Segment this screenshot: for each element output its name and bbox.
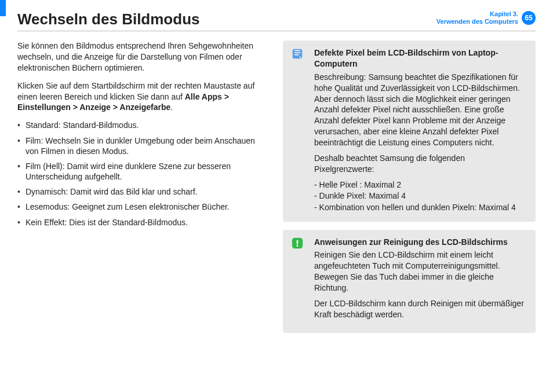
intro2-post: . <box>170 102 173 112</box>
note-icon <box>291 47 304 60</box>
page-number-badge: 65 <box>522 11 536 25</box>
content-left-column: Sie können den Bildmodus entsprechend Ih… <box>17 41 267 341</box>
title-underline <box>17 31 536 31</box>
intro-paragraph-2: Klicken Sie auf dem Startbildschirm mit … <box>17 80 267 113</box>
svg-rect-2 <box>297 240 299 244</box>
mode-list: Standard: Standard-Bildmodus. Film: Wech… <box>17 120 267 228</box>
chapter-number: Kapitel 3. <box>436 10 518 18</box>
mode-item: Film: Wechseln Sie in dunkler Umgebung o… <box>17 135 267 156</box>
pixel-limit: - Helle Pixel : Maximal 2 <box>314 179 526 191</box>
mode-item: Kein Effekt: Dies ist der Standard-Bildm… <box>17 217 267 228</box>
page-title: Wechseln des Bildmodus <box>17 10 199 28</box>
chapter-name: Verwenden des Computers <box>436 18 518 25</box>
pixel-limit: - Dunkle Pixel: Maximal 4 <box>314 190 526 202</box>
mode-item: Dynamisch: Damit wird das Bild klar und … <box>17 186 267 197</box>
info-box-paragraph: Deshalb beachtet Samsung die folgenden P… <box>314 153 526 175</box>
svg-point-3 <box>297 245 299 247</box>
info-box-cleaning: Anweisungen zur Reinigung des LCD-Bildsc… <box>283 230 536 333</box>
info-box-pixels: Defekte Pixel beim LCD-Bildschirm von La… <box>283 41 536 222</box>
info-box-paragraph: Der LCD-Bildschirm kann durch Reinigen m… <box>314 298 526 320</box>
content-right-column: Defekte Pixel beim LCD-Bildschirm von La… <box>283 41 536 341</box>
left-accent-bar <box>0 0 6 16</box>
mode-item: Film (Hell): Damit wird eine dunklere Sz… <box>17 161 267 182</box>
mode-item: Standard: Standard-Bildmodus. <box>17 120 267 130</box>
pixel-limit: - Kombination von hellen und dunklen Pix… <box>314 202 526 214</box>
header-right: Kapitel 3. Verwenden des Computers 65 <box>436 10 536 25</box>
intro-paragraph-1: Sie können den Bildmodus entsprechend Ih… <box>17 41 267 74</box>
info-box-paragraph: Reinigen Sie den LCD-Bildschirm mit eine… <box>314 250 526 294</box>
info-box-title: Anweisungen zur Reinigung des LCD-Bildsc… <box>314 237 526 248</box>
caution-icon <box>291 237 304 250</box>
info-box-title: Defekte Pixel beim LCD-Bildschirm von La… <box>314 47 526 69</box>
info-box-paragraph: Beschreibung: Samsung beachtet die Spezi… <box>314 72 526 148</box>
mode-item: Lesemodus: Geeignet zum Lesen elektronis… <box>17 202 267 212</box>
